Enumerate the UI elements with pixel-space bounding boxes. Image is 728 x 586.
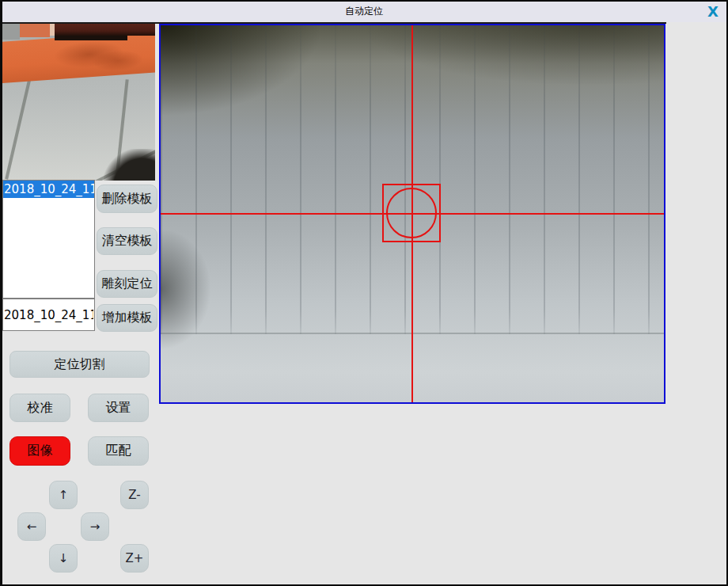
jog-right-button[interactable]: →: [81, 512, 109, 541]
thumbnail-orange-strip: [20, 24, 50, 37]
target-circle: [386, 188, 437, 238]
titlebar: 自动定位: [0, 0, 728, 22]
jog-z-plus-button[interactable]: Z+: [120, 544, 149, 573]
position-cut-button[interactable]: 定位切割: [9, 351, 150, 378]
page-title: 自动定位: [0, 0, 728, 22]
engrave-position-button[interactable]: 雕刻定位: [97, 270, 157, 298]
thumbnail-shadow-strip: [55, 36, 127, 40]
clear-templates-button[interactable]: 清空模板: [97, 227, 157, 255]
delete-template-button[interactable]: 删除模板: [97, 185, 157, 213]
jog-left-button[interactable]: ←: [17, 512, 46, 541]
arrow-up-icon: ↑: [59, 488, 69, 502]
jog-z-minus-button[interactable]: Z-: [120, 481, 149, 509]
close-icon: X: [707, 5, 719, 19]
jog-down-button[interactable]: ↓: [49, 544, 78, 573]
arrow-right-icon: →: [90, 519, 100, 534]
thumbnail-dark-strip: [55, 24, 155, 36]
close-button[interactable]: X: [701, 2, 725, 22]
settings-button[interactable]: 设置: [88, 394, 149, 422]
template-listbox[interactable]: 2018_10_24_11: [2, 180, 95, 299]
match-button[interactable]: 匹配: [88, 436, 149, 466]
image-button[interactable]: 图像: [9, 436, 70, 466]
camera-view[interactable]: [159, 24, 665, 404]
template-name-input[interactable]: [2, 299, 95, 331]
arrow-left-icon: ←: [27, 519, 37, 534]
arrow-down-icon: ↓: [59, 551, 69, 565]
auto-position-dialog: 自动定位 X 2018_10_24_11 删除模板 清空模板 雕刻定位 增加模板…: [0, 0, 728, 586]
template-list-item[interactable]: 2018_10_24_11: [3, 181, 94, 198]
jog-up-button[interactable]: ↑: [49, 481, 78, 509]
thumbnail-dark-blob: [104, 149, 155, 181]
add-template-button[interactable]: 增加模板: [97, 304, 157, 332]
calibrate-button[interactable]: 校准: [9, 394, 70, 422]
thumbnail-gray-strip: [2, 24, 20, 40]
template-thumbnail: [2, 24, 155, 181]
